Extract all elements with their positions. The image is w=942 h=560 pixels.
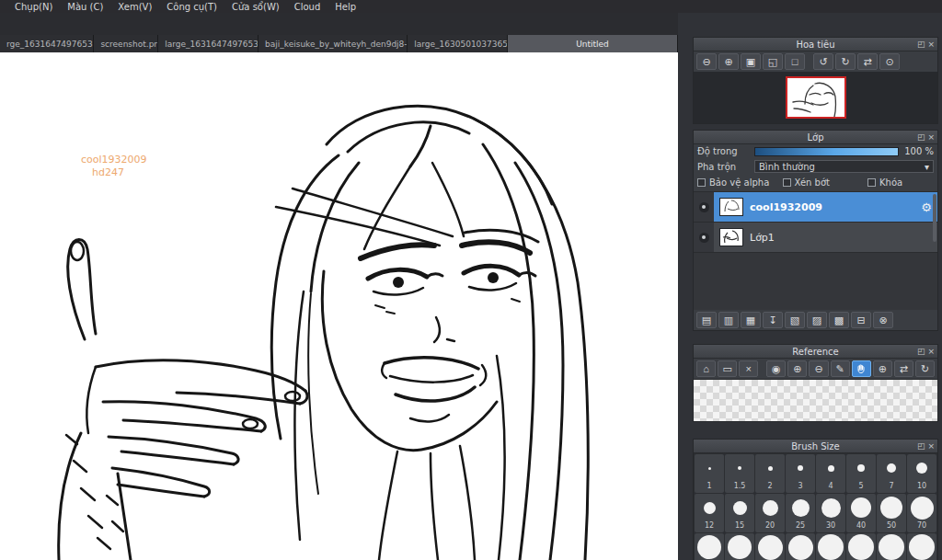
reference-flip-icon[interactable]: ⇄: [894, 360, 913, 377]
reference-close-icon[interactable]: ×: [927, 348, 935, 356]
reference-rotate-icon[interactable]: ↻: [915, 360, 935, 377]
menu-item-tools[interactable]: Công cụ(T): [159, 2, 224, 12]
reference-popout-icon[interactable]: ◰: [917, 348, 925, 356]
blend-mode-select[interactable]: Bình thường ▾: [754, 160, 934, 173]
brush-size-option[interactable]: 4: [816, 454, 845, 493]
layer-settings-icon[interactable]: ▦: [741, 312, 761, 328]
brush-dot: [880, 497, 902, 519]
tab-document-4[interactable]: baji_keisuke_by_whiteyh_den9dj8-pre.jpg: [258, 35, 408, 52]
layer-settings-gear-icon[interactable]: ⚙: [921, 200, 932, 214]
lock-checkbox[interactable]: Khóa: [867, 177, 934, 188]
hand-tool-icon[interactable]: [852, 360, 871, 377]
menu-item-window[interactable]: Cửa sổ(W): [224, 2, 287, 12]
brush-size-option[interactable]: 70: [907, 494, 936, 532]
layer-name: Lớp1: [750, 232, 932, 244]
alpha-protect-checkbox[interactable]: Bảo vệ alpha: [697, 177, 783, 188]
menu-item-file[interactable]: Chụp(N): [7, 2, 60, 12]
opacity-slider[interactable]: [754, 147, 899, 156]
flip-horizontal-icon[interactable]: ⇄: [857, 53, 878, 70]
menu-item-view[interactable]: Xem(V): [110, 2, 159, 12]
navigator-preview-area[interactable]: [694, 72, 937, 123]
brush-size-option[interactable]: 300: [786, 533, 815, 560]
brush-size-option[interactable]: 40: [846, 494, 876, 532]
layers-panel: Lớp ◰ × Độ trong 100 % Pha trộn Bình thư…: [693, 130, 938, 331]
brush-size-option[interactable]: 1.5: [725, 454, 754, 493]
add-folder-icon[interactable]: ▧: [785, 312, 805, 328]
brush-size-option[interactable]: 30: [816, 494, 845, 532]
tab-document-2[interactable]: screenshot.png: [94, 35, 158, 52]
brush-size-option[interactable]: 100: [695, 533, 724, 560]
brush-size-option[interactable]: 2: [755, 454, 785, 493]
brush-size-option[interactable]: 7: [877, 454, 906, 493]
brush-size-option[interactable]: 500: [846, 533, 876, 560]
brush-size-option[interactable]: 12: [695, 494, 724, 532]
reference-preview-area[interactable]: [694, 379, 937, 421]
brush-dot: [818, 534, 844, 560]
tab-document-3[interactable]: large_1631647497653.jpg: [158, 35, 258, 52]
checkbox-box[interactable]: [697, 178, 706, 187]
reference-zoom-out-icon[interactable]: ⊖: [809, 360, 828, 377]
brush-size-option[interactable]: 3: [786, 454, 815, 493]
navigator-thumbnail[interactable]: [786, 76, 846, 119]
checkbox-box[interactable]: [783, 178, 791, 187]
layer-list-scrollbar[interactable]: [933, 194, 936, 242]
menu-item-color[interactable]: Màu (C): [60, 2, 110, 12]
clipping-checkbox[interactable]: Xén bớt: [783, 177, 868, 188]
rotate-left-icon[interactable]: ↺: [813, 53, 833, 70]
brush-size-header: Brush Size ◰ ×: [694, 440, 937, 453]
brush-size-option[interactable]: 10: [907, 454, 936, 493]
brush-size-option[interactable]: 25: [786, 494, 815, 532]
brush-size-option[interactable]: 200: [755, 533, 785, 560]
opacity-row: Độ trong 100 %: [694, 144, 937, 158]
reference-zoom-in-icon[interactable]: ⊕: [873, 360, 892, 377]
opacity-value: 100 %: [902, 146, 934, 156]
brush-size-option[interactable]: 15: [725, 494, 754, 532]
merge-layer-icon[interactable]: ▨: [807, 312, 827, 328]
brush-size-option[interactable]: 1000: [907, 533, 936, 560]
actual-size-icon[interactable]: □: [785, 53, 805, 70]
reference-fit-icon[interactable]: ◉: [766, 360, 786, 377]
combine-layer-icon[interactable]: ▩: [829, 312, 849, 328]
layers-close-icon[interactable]: ×: [927, 133, 935, 142]
reference-folder-icon[interactable]: ▭: [718, 360, 737, 377]
layers-popout-icon[interactable]: ◰: [917, 133, 925, 142]
transfer-layer-icon[interactable]: ↧: [763, 312, 783, 328]
brush-size-option[interactable]: 20: [755, 494, 785, 532]
delete-layer-icon[interactable]: ⊗: [873, 312, 893, 328]
fit-window-icon[interactable]: ◱: [763, 53, 783, 70]
zoom-in-icon[interactable]: ⊕: [718, 53, 739, 70]
brush-close-icon[interactable]: ×: [927, 442, 935, 451]
layer-row-active[interactable]: cool1932009 ⚙: [694, 192, 937, 223]
navigator-close-icon[interactable]: ×: [927, 40, 935, 49]
canvas[interactable]: cool1932009 hd247: [0, 52, 678, 560]
add-layer-icon[interactable]: ▤: [696, 312, 717, 328]
layer-visibility-toggle[interactable]: [694, 192, 714, 222]
checkbox-box[interactable]: [867, 178, 876, 187]
navigator-popout-icon[interactable]: ◰: [917, 40, 925, 49]
brush-size-option[interactable]: 50: [877, 494, 906, 532]
reference-clear-icon[interactable]: ×: [739, 360, 758, 377]
brush-size-option[interactable]: 700: [877, 533, 906, 560]
reference-crosshair-icon[interactable]: ⊕: [787, 360, 807, 377]
reference-eyedropper-icon[interactable]: ✎: [831, 360, 850, 377]
tab-document-5[interactable]: large_1630501037365.jpg: [408, 35, 508, 52]
reset-view-icon[interactable]: ⊙: [879, 53, 900, 70]
brush-size-option[interactable]: 1: [695, 454, 724, 493]
zoom-area-icon[interactable]: ▣: [741, 53, 761, 70]
clear-layer-icon[interactable]: ⊟: [851, 312, 871, 328]
reference-open-icon[interactable]: ⌂: [696, 360, 716, 377]
menu-item-help[interactable]: Help: [327, 2, 363, 12]
brush-size-option[interactable]: 150: [725, 533, 754, 560]
reference-panel: Reference ◰ × ⌂ ▭ × ◉ ⊕ ⊖ ✎ ⊕: [693, 344, 938, 422]
layer-row[interactable]: Lớp1: [694, 223, 937, 253]
brush-size-option[interactable]: 5: [846, 454, 876, 493]
rotate-right-icon[interactable]: ↻: [835, 53, 856, 70]
zoom-out-icon[interactable]: ⊖: [696, 53, 717, 70]
tab-document-1[interactable]: rge_1631647497653.jpg: [0, 35, 94, 52]
brush-size-option[interactable]: 400: [816, 533, 845, 560]
brush-popout-icon[interactable]: ◰: [917, 442, 925, 451]
layer-visibility-toggle[interactable]: [694, 223, 714, 252]
duplicate-layer-icon[interactable]: ▥: [718, 312, 739, 328]
tab-document-active[interactable]: Untitled: [508, 35, 678, 52]
menu-item-cloud[interactable]: Cloud: [287, 2, 328, 12]
